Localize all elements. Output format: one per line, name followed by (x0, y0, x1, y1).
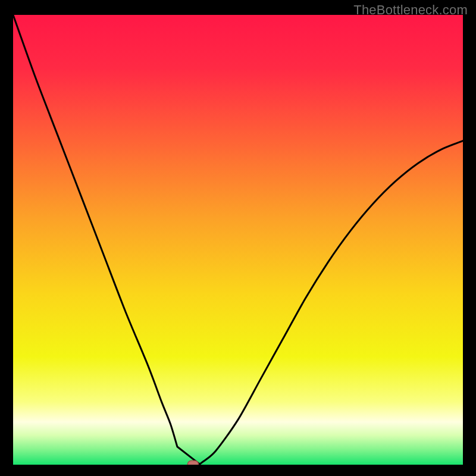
plot-outer (13, 15, 463, 465)
svg-rect-0 (13, 15, 463, 465)
plot-gradient-bg (13, 15, 463, 465)
watermark-text: TheBottleneck.com (353, 2, 468, 18)
chart-frame: TheBottleneck.com (0, 0, 476, 476)
